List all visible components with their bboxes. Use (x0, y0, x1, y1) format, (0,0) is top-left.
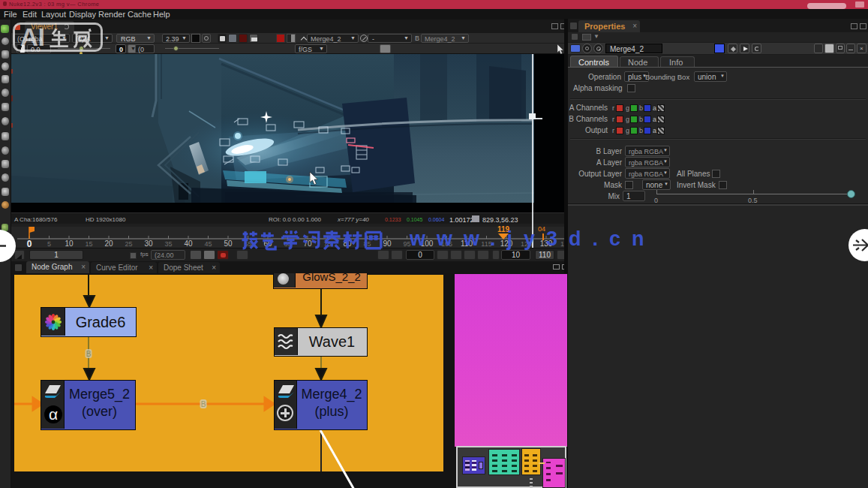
svg-text:30: 30 (144, 239, 153, 248)
svg-text:0: 0 (27, 239, 32, 248)
svg-text:B: B (86, 350, 92, 358)
svg-text:35: 35 (164, 240, 172, 248)
svg-text:45: 45 (204, 240, 212, 248)
svg-text:15: 15 (85, 240, 92, 248)
svg-text:25: 25 (125, 240, 132, 248)
svg-text:50: 50 (224, 239, 233, 248)
svg-text:B: B (201, 400, 206, 408)
svg-text:20: 20 (104, 239, 113, 248)
svg-text:10: 10 (65, 239, 74, 248)
svg-text:5: 5 (47, 240, 51, 248)
svg-text:40: 40 (184, 239, 193, 248)
